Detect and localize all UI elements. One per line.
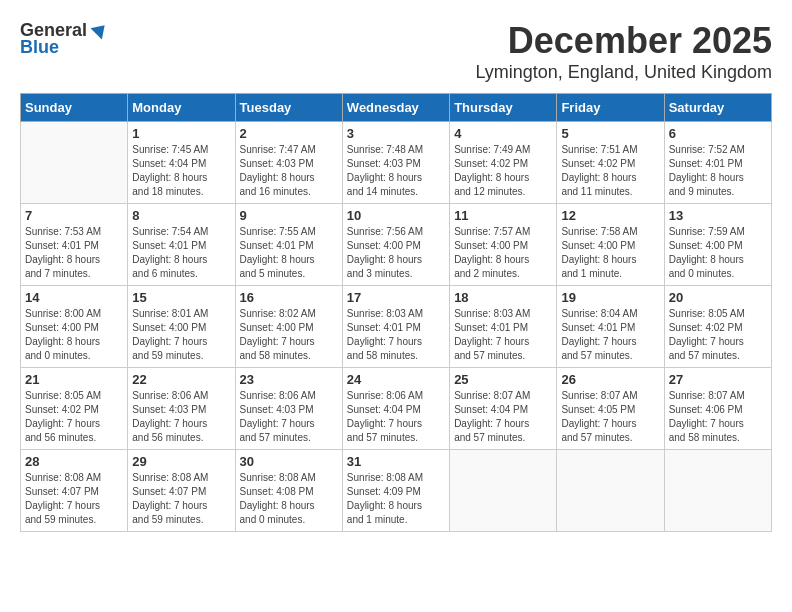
calendar-cell xyxy=(450,450,557,532)
day-info: Sunrise: 7:57 AM Sunset: 4:00 PM Dayligh… xyxy=(454,225,552,281)
day-number: 25 xyxy=(454,372,552,387)
day-number: 17 xyxy=(347,290,445,305)
calendar-cell: 15Sunrise: 8:01 AM Sunset: 4:00 PM Dayli… xyxy=(128,286,235,368)
calendar-cell xyxy=(557,450,664,532)
day-info: Sunrise: 7:58 AM Sunset: 4:00 PM Dayligh… xyxy=(561,225,659,281)
day-info: Sunrise: 7:55 AM Sunset: 4:01 PM Dayligh… xyxy=(240,225,338,281)
day-info: Sunrise: 8:06 AM Sunset: 4:04 PM Dayligh… xyxy=(347,389,445,445)
header-day-sunday: Sunday xyxy=(21,94,128,122)
day-number: 8 xyxy=(132,208,230,223)
day-number: 26 xyxy=(561,372,659,387)
calendar-cell: 27Sunrise: 8:07 AM Sunset: 4:06 PM Dayli… xyxy=(664,368,771,450)
logo-icon xyxy=(89,21,109,41)
day-info: Sunrise: 7:48 AM Sunset: 4:03 PM Dayligh… xyxy=(347,143,445,199)
calendar-cell: 10Sunrise: 7:56 AM Sunset: 4:00 PM Dayli… xyxy=(342,204,449,286)
calendar-body: 1Sunrise: 7:45 AM Sunset: 4:04 PM Daylig… xyxy=(21,122,772,532)
day-number: 15 xyxy=(132,290,230,305)
day-number: 14 xyxy=(25,290,123,305)
day-info: Sunrise: 8:03 AM Sunset: 4:01 PM Dayligh… xyxy=(454,307,552,363)
location-title: Lymington, England, United Kingdom xyxy=(475,62,772,83)
day-number: 30 xyxy=(240,454,338,469)
day-info: Sunrise: 8:08 AM Sunset: 4:07 PM Dayligh… xyxy=(132,471,230,527)
calendar-cell xyxy=(21,122,128,204)
day-number: 11 xyxy=(454,208,552,223)
day-number: 12 xyxy=(561,208,659,223)
calendar-cell: 12Sunrise: 7:58 AM Sunset: 4:00 PM Dayli… xyxy=(557,204,664,286)
day-info: Sunrise: 8:07 AM Sunset: 4:04 PM Dayligh… xyxy=(454,389,552,445)
header: General Blue December 2025 Lymington, En… xyxy=(20,20,772,83)
calendar-cell: 14Sunrise: 8:00 AM Sunset: 4:00 PM Dayli… xyxy=(21,286,128,368)
day-number: 22 xyxy=(132,372,230,387)
header-day-monday: Monday xyxy=(128,94,235,122)
day-info: Sunrise: 8:02 AM Sunset: 4:00 PM Dayligh… xyxy=(240,307,338,363)
calendar-cell: 8Sunrise: 7:54 AM Sunset: 4:01 PM Daylig… xyxy=(128,204,235,286)
day-number: 2 xyxy=(240,126,338,141)
calendar-cell xyxy=(664,450,771,532)
calendar-cell: 11Sunrise: 7:57 AM Sunset: 4:00 PM Dayli… xyxy=(450,204,557,286)
calendar-cell: 20Sunrise: 8:05 AM Sunset: 4:02 PM Dayli… xyxy=(664,286,771,368)
calendar-cell: 1Sunrise: 7:45 AM Sunset: 4:04 PM Daylig… xyxy=(128,122,235,204)
calendar-cell: 13Sunrise: 7:59 AM Sunset: 4:00 PM Dayli… xyxy=(664,204,771,286)
calendar-cell: 2Sunrise: 7:47 AM Sunset: 4:03 PM Daylig… xyxy=(235,122,342,204)
day-info: Sunrise: 8:08 AM Sunset: 4:09 PM Dayligh… xyxy=(347,471,445,527)
day-number: 23 xyxy=(240,372,338,387)
day-number: 3 xyxy=(347,126,445,141)
calendar-cell: 3Sunrise: 7:48 AM Sunset: 4:03 PM Daylig… xyxy=(342,122,449,204)
header-day-friday: Friday xyxy=(557,94,664,122)
day-number: 6 xyxy=(669,126,767,141)
day-number: 13 xyxy=(669,208,767,223)
header-day-wednesday: Wednesday xyxy=(342,94,449,122)
svg-marker-0 xyxy=(91,21,109,39)
calendar-table: SundayMondayTuesdayWednesdayThursdayFrid… xyxy=(20,93,772,532)
calendar-cell: 4Sunrise: 7:49 AM Sunset: 4:02 PM Daylig… xyxy=(450,122,557,204)
day-info: Sunrise: 8:03 AM Sunset: 4:01 PM Dayligh… xyxy=(347,307,445,363)
calendar-cell: 29Sunrise: 8:08 AM Sunset: 4:07 PM Dayli… xyxy=(128,450,235,532)
day-number: 9 xyxy=(240,208,338,223)
day-info: Sunrise: 8:01 AM Sunset: 4:00 PM Dayligh… xyxy=(132,307,230,363)
calendar-cell: 25Sunrise: 8:07 AM Sunset: 4:04 PM Dayli… xyxy=(450,368,557,450)
calendar-cell: 21Sunrise: 8:05 AM Sunset: 4:02 PM Dayli… xyxy=(21,368,128,450)
day-info: Sunrise: 8:00 AM Sunset: 4:00 PM Dayligh… xyxy=(25,307,123,363)
day-number: 28 xyxy=(25,454,123,469)
day-number: 10 xyxy=(347,208,445,223)
week-row-0: 1Sunrise: 7:45 AM Sunset: 4:04 PM Daylig… xyxy=(21,122,772,204)
day-info: Sunrise: 8:05 AM Sunset: 4:02 PM Dayligh… xyxy=(25,389,123,445)
day-info: Sunrise: 8:06 AM Sunset: 4:03 PM Dayligh… xyxy=(240,389,338,445)
day-info: Sunrise: 7:47 AM Sunset: 4:03 PM Dayligh… xyxy=(240,143,338,199)
day-info: Sunrise: 7:52 AM Sunset: 4:01 PM Dayligh… xyxy=(669,143,767,199)
day-number: 16 xyxy=(240,290,338,305)
calendar-cell: 18Sunrise: 8:03 AM Sunset: 4:01 PM Dayli… xyxy=(450,286,557,368)
header-day-thursday: Thursday xyxy=(450,94,557,122)
day-number: 29 xyxy=(132,454,230,469)
calendar-cell: 6Sunrise: 7:52 AM Sunset: 4:01 PM Daylig… xyxy=(664,122,771,204)
day-info: Sunrise: 7:53 AM Sunset: 4:01 PM Dayligh… xyxy=(25,225,123,281)
day-info: Sunrise: 8:07 AM Sunset: 4:06 PM Dayligh… xyxy=(669,389,767,445)
day-info: Sunrise: 7:56 AM Sunset: 4:00 PM Dayligh… xyxy=(347,225,445,281)
day-number: 27 xyxy=(669,372,767,387)
day-info: Sunrise: 8:08 AM Sunset: 4:07 PM Dayligh… xyxy=(25,471,123,527)
day-info: Sunrise: 7:51 AM Sunset: 4:02 PM Dayligh… xyxy=(561,143,659,199)
calendar-cell: 23Sunrise: 8:06 AM Sunset: 4:03 PM Dayli… xyxy=(235,368,342,450)
day-info: Sunrise: 7:49 AM Sunset: 4:02 PM Dayligh… xyxy=(454,143,552,199)
day-info: Sunrise: 8:08 AM Sunset: 4:08 PM Dayligh… xyxy=(240,471,338,527)
week-row-1: 7Sunrise: 7:53 AM Sunset: 4:01 PM Daylig… xyxy=(21,204,772,286)
header-row: SundayMondayTuesdayWednesdayThursdayFrid… xyxy=(21,94,772,122)
month-title: December 2025 xyxy=(475,20,772,62)
day-info: Sunrise: 8:04 AM Sunset: 4:01 PM Dayligh… xyxy=(561,307,659,363)
day-info: Sunrise: 7:59 AM Sunset: 4:00 PM Dayligh… xyxy=(669,225,767,281)
calendar-cell: 28Sunrise: 8:08 AM Sunset: 4:07 PM Dayli… xyxy=(21,450,128,532)
day-number: 20 xyxy=(669,290,767,305)
calendar-cell: 24Sunrise: 8:06 AM Sunset: 4:04 PM Dayli… xyxy=(342,368,449,450)
day-info: Sunrise: 8:07 AM Sunset: 4:05 PM Dayligh… xyxy=(561,389,659,445)
logo: General Blue xyxy=(20,20,109,58)
day-number: 7 xyxy=(25,208,123,223)
calendar-cell: 7Sunrise: 7:53 AM Sunset: 4:01 PM Daylig… xyxy=(21,204,128,286)
day-number: 5 xyxy=(561,126,659,141)
day-number: 31 xyxy=(347,454,445,469)
header-day-tuesday: Tuesday xyxy=(235,94,342,122)
calendar-cell: 22Sunrise: 8:06 AM Sunset: 4:03 PM Dayli… xyxy=(128,368,235,450)
header-day-saturday: Saturday xyxy=(664,94,771,122)
calendar-cell: 19Sunrise: 8:04 AM Sunset: 4:01 PM Dayli… xyxy=(557,286,664,368)
day-number: 24 xyxy=(347,372,445,387)
calendar-header: SundayMondayTuesdayWednesdayThursdayFrid… xyxy=(21,94,772,122)
